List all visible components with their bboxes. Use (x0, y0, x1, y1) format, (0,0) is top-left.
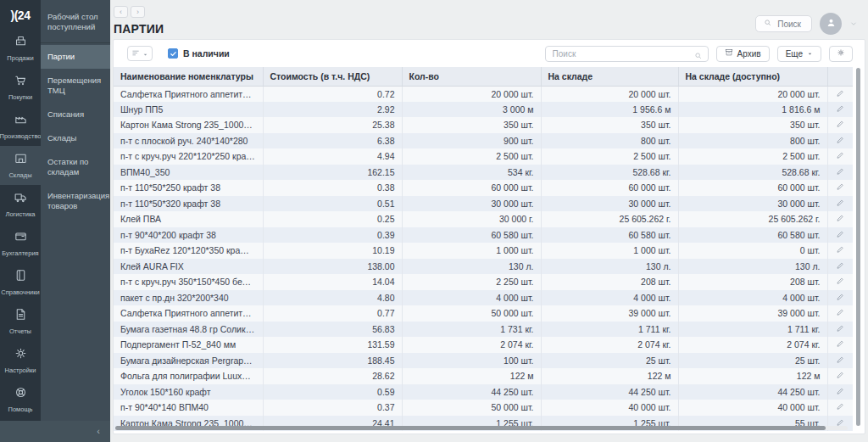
column-header-available[interactable]: На складе (доступно) (678, 67, 827, 86)
subnav-item[interactable]: Склады (41, 126, 110, 150)
edit-row-button[interactable] (836, 104, 844, 115)
table-row[interactable]: п-т 110*50*320 крафт 38 0.51 30 000 шт. … (114, 196, 853, 212)
cell-available: 39 000 шт. (678, 305, 827, 322)
cell-available: 60 000 шт. (678, 180, 827, 196)
sidebar-item-purchases[interactable]: Покупки (0, 68, 41, 107)
subnav-item[interactable]: Партии (41, 45, 110, 69)
table-row[interactable]: пакет с пр.дн 320*200*340 4.80 4 000 шт.… (114, 290, 853, 306)
sidebar-item-warehouses[interactable]: Склады (0, 146, 41, 185)
archive-button[interactable]: Архив (716, 46, 770, 62)
sidebar-collapse-button[interactable]: ‹ (0, 421, 110, 442)
edit-row-button[interactable] (836, 261, 844, 271)
edit-row-button[interactable] (836, 151, 844, 161)
truck-icon (14, 190, 28, 208)
cell-cost: 56.83 (263, 322, 402, 338)
edit-row-button[interactable] (836, 214, 844, 224)
horizontal-scrollbar[interactable] (115, 426, 826, 430)
column-header-name[interactable]: Наименование номенклатуры (114, 67, 263, 86)
edit-row-button[interactable] (836, 120, 844, 130)
subnav-item[interactable]: Остатки по складам (41, 150, 110, 184)
table-row[interactable]: Шнур ПП5 2.92 3 000 м 1 956.6 м 1 816.6 … (114, 102, 853, 118)
edit-row-button[interactable] (836, 167, 844, 177)
table-row[interactable]: Уголок 150*160 крафт 0.59 44 250 шт. 44 … (114, 384, 853, 400)
table-row[interactable]: п-т 90*40*140 ВПМ40 0.37 50 000 шт. 40 0… (114, 400, 853, 416)
sidebar-item-help[interactable]: Помощь (0, 380, 41, 419)
chevron-down-icon (142, 46, 148, 61)
horizontal-scrollbar-track (115, 426, 848, 430)
sidebar-item-settings[interactable]: Настройки (0, 341, 41, 380)
edit-row-button[interactable] (836, 199, 844, 209)
column-header-stock[interactable]: На складе (541, 67, 678, 86)
table-row[interactable]: Бумага газетная 48.8 гр Соликамск 840...… (114, 322, 853, 338)
table-row[interactable]: Салфетка Приятного аппетита крафт 0.72 2… (114, 86, 853, 102)
subnav-item[interactable]: Перемещения ТМЦ (41, 69, 110, 103)
cell-qty: 2 250 шт. (402, 274, 541, 290)
cell-cost: 188.45 (263, 353, 402, 369)
table-row[interactable]: Клей AURA FIX 138.00 130 л. 130 л. 130 л… (114, 259, 853, 275)
table-row[interactable]: Фольга для полиграфии Luuxor MTH GO... 2… (114, 368, 853, 384)
edit-row-button[interactable] (836, 89, 844, 99)
edit-row-button[interactable] (836, 371, 844, 381)
subnav-item[interactable]: Списания (41, 103, 110, 126)
cell-name: п-т с круч.руч 350*150*450 белый (114, 274, 263, 290)
column-header-qty[interactable]: Кол-во (402, 67, 541, 86)
table-row[interactable]: п-т БухаRez 120*120*350 крафт 140 гр 10.… (114, 243, 853, 259)
user-menu-chevron-icon[interactable] (849, 16, 858, 31)
cell-qty: 20 000 шт. (402, 86, 541, 102)
table-row[interactable]: Салфетка Приятного аппетита ВПМ40 ... 0.… (114, 305, 853, 322)
edit-row-button[interactable] (836, 182, 844, 193)
cell-available: 25 шт. (678, 353, 827, 369)
table-row[interactable]: п-т 90*40*200 крафт 38 0.39 60 580 шт. 6… (114, 227, 853, 243)
user-avatar[interactable] (820, 13, 842, 35)
more-button[interactable]: Еще (777, 46, 821, 62)
edit-row-button[interactable] (836, 308, 844, 318)
edit-row-button[interactable] (836, 402, 844, 412)
history-back-button[interactable]: ‹ (114, 6, 128, 18)
table-row[interactable]: п-т с круч.руч 220*120*250 крафт 70 гр 4… (114, 148, 853, 165)
table-settings-button[interactable] (829, 46, 853, 62)
table-row[interactable]: п-т с круч.руч 350*150*450 белый 14.04 2… (114, 274, 853, 290)
edit-row-button[interactable] (836, 277, 844, 287)
cell-name: Картон Кама Strong 235_1000*700 бел (114, 117, 263, 133)
edit-row-button[interactable] (836, 230, 844, 240)
sidebar-item-sales[interactable]: Продажи (0, 29, 41, 68)
filter-button[interactable] (127, 46, 153, 61)
table-row[interactable]: Клей ПВА 0.25 30 000 г. 25 605.262 г. 25… (114, 211, 853, 227)
edit-row-button[interactable] (836, 136, 844, 146)
sidebar-item-label: Бухгалтерия (2, 249, 38, 257)
sidebar-item-references[interactable]: Справочники (0, 263, 41, 302)
table-row[interactable]: Подпергамент П-52_840 мм 131.59 2 074 кг… (114, 337, 853, 353)
table-row[interactable]: п-т 110*50*250 крафт 38 0.38 60 000 шт. … (114, 180, 853, 196)
vertical-scrollbar[interactable] (856, 68, 860, 426)
in-stock-checkbox[interactable] (168, 48, 178, 59)
global-search-button[interactable]: Поиск (755, 15, 812, 32)
sidebar-item-logistics[interactable]: Логистика (0, 185, 41, 224)
toolbar: В наличии Архив Еще (114, 40, 865, 67)
sidebar-item-accounting[interactable]: Бухгалтерия (0, 224, 41, 263)
edit-row-button[interactable] (836, 339, 844, 350)
cell-qty: 50 000 шт. (402, 400, 541, 416)
cell-qty: 2 500 шт. (402, 148, 541, 165)
cell-name: пакет с пр.дн 320*200*340 (114, 290, 263, 306)
edit-row-button[interactable] (836, 293, 844, 303)
edit-row-button[interactable] (836, 387, 844, 397)
cell-name: п-т с плоской руч. 240*140*280 (114, 133, 263, 149)
filter-lines-icon (131, 46, 141, 61)
table-row[interactable]: ВПМ40_350 162.15 534 кг. 528.68 кг. 528.… (114, 165, 853, 181)
column-header-cost[interactable]: Стоимость (в т.ч. НДС) (263, 67, 402, 86)
history-forward-button[interactable]: › (131, 6, 145, 18)
sidebar-item-production[interactable]: Производство (0, 107, 41, 146)
table-search-input[interactable] (545, 46, 709, 62)
edit-row-button[interactable] (836, 245, 844, 255)
table-row[interactable]: п-т с плоской руч. 240*140*280 6.38 900 … (114, 133, 853, 149)
cell-qty: 50 000 шт. (402, 305, 541, 322)
subnav-item-receipts-desktop[interactable]: Рабочий стол поступлений (41, 5, 110, 39)
table-row[interactable]: Картон Кама Strong 235_1000*700 бел 25.3… (114, 117, 853, 133)
edit-row-button[interactable] (836, 355, 844, 366)
edit-row-button[interactable] (836, 324, 844, 334)
sidebar-item-reports[interactable]: Отчеты (0, 302, 41, 341)
cell-name: Бумага дизайнерская Pergraphica Deep ... (114, 353, 263, 369)
table-row[interactable]: Бумага дизайнерская Pergraphica Deep ...… (114, 353, 853, 369)
subnav-item[interactable]: Инвентаризация товаров (41, 184, 110, 218)
cell-stock: 4 000 шт. (541, 290, 678, 306)
